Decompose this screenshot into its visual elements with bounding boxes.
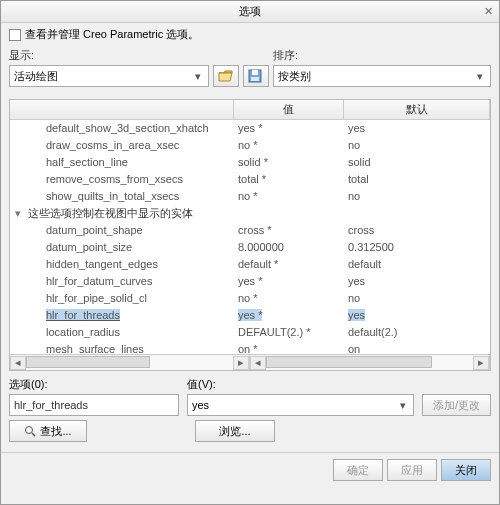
option-name: hlr_for_datum_curves bbox=[26, 275, 234, 288]
col-name[interactable] bbox=[10, 100, 234, 119]
svg-rect-2 bbox=[251, 77, 259, 81]
chevron-down-icon: ▾ bbox=[395, 397, 411, 413]
option-name: hlr_for_pipe_solid_cl bbox=[26, 292, 234, 305]
table-header: 值 默认 bbox=[10, 100, 490, 120]
group-row[interactable]: ▾这些选项控制在视图中显示的实体 bbox=[10, 205, 490, 222]
option-value: yes * bbox=[234, 275, 344, 288]
option-name: datum_point_size bbox=[26, 241, 234, 254]
option-default: yes bbox=[344, 122, 490, 135]
chevron-down-icon: ▾ bbox=[472, 68, 488, 84]
option-value: 8.000000 bbox=[234, 241, 344, 254]
table-row[interactable]: datum_point_size8.0000000.312500 bbox=[10, 239, 490, 256]
subtitle-row: 查看并管理 Creo Parametric 选项。 bbox=[1, 23, 499, 46]
save-icon bbox=[248, 69, 264, 83]
titlebar: 选项 ✕ bbox=[1, 1, 499, 23]
scroll-right-icon[interactable]: ▸ bbox=[233, 356, 249, 370]
option-name: default_show_3d_section_xhatch bbox=[26, 122, 234, 135]
option-value: default * bbox=[234, 258, 344, 271]
scroll-right-icon[interactable]: ▸ bbox=[473, 356, 489, 370]
scroll-thumb[interactable] bbox=[26, 356, 150, 368]
chevron-down-icon: ▾ bbox=[190, 68, 206, 84]
option-default: 0.312500 bbox=[344, 241, 490, 254]
option-name: draw_cosms_in_area_xsec bbox=[26, 139, 234, 152]
show-combo[interactable]: 活动绘图 ▾ bbox=[9, 65, 209, 87]
sort-value: 按类别 bbox=[278, 69, 311, 84]
option-name: remove_cosms_from_xsecs bbox=[26, 173, 234, 186]
option-value: solid * bbox=[234, 156, 344, 169]
info-icon bbox=[9, 29, 21, 41]
table-row[interactable]: hlr_for_pipe_solid_clno *no bbox=[10, 290, 490, 307]
col-default[interactable]: 默认 bbox=[344, 100, 490, 119]
show-value: 活动绘图 bbox=[14, 69, 58, 84]
option-default: yes bbox=[344, 309, 490, 322]
table-row[interactable]: datum_point_shapecross *cross bbox=[10, 222, 490, 239]
apply-button[interactable]: 应用 bbox=[387, 459, 437, 481]
dialog-buttons: 确定 应用 关闭 bbox=[1, 452, 499, 487]
table-row[interactable]: draw_cosms_in_area_xsecno *no bbox=[10, 137, 490, 154]
svg-line-4 bbox=[32, 433, 35, 436]
table-row[interactable]: remove_cosms_from_xsecstotal *total bbox=[10, 171, 490, 188]
option-value: cross * bbox=[234, 224, 344, 237]
option-default: default bbox=[344, 258, 490, 271]
option-default: solid bbox=[344, 156, 490, 169]
option-name: datum_point_shape bbox=[26, 224, 234, 237]
option-input[interactable]: hlr_for_threads bbox=[9, 394, 179, 416]
expand-icon: ▾ bbox=[10, 207, 26, 220]
table-row[interactable]: location_radiusDEFAULT(2.) *default(2.) bbox=[10, 324, 490, 341]
option-default: total bbox=[344, 173, 490, 186]
open-button[interactable] bbox=[213, 65, 239, 87]
table-row[interactable]: hlr_for_threadsyes *yes bbox=[10, 307, 490, 324]
add-change-button[interactable]: 添加/更改 bbox=[422, 394, 491, 416]
table-body[interactable]: default_show_3d_section_xhatchyes *yesdr… bbox=[10, 120, 490, 354]
ok-button[interactable]: 确定 bbox=[333, 459, 383, 481]
table-row[interactable]: default_show_3d_section_xhatchyes *yes bbox=[10, 120, 490, 137]
option-value: total * bbox=[234, 173, 344, 186]
option-name: half_section_line bbox=[26, 156, 234, 169]
sort-combo[interactable]: 按类别 ▾ bbox=[273, 65, 491, 87]
option-default: no bbox=[344, 139, 490, 152]
close-button[interactable]: 关闭 bbox=[441, 459, 491, 481]
option-value: yes * bbox=[234, 309, 344, 322]
dialog-title: 选项 bbox=[239, 4, 261, 19]
option-value: yes * bbox=[234, 122, 344, 135]
option-name: hidden_tangent_edges bbox=[26, 258, 234, 271]
close-icon[interactable]: ✕ bbox=[481, 4, 495, 18]
find-button[interactable]: 查找... bbox=[9, 420, 87, 442]
table-row[interactable]: hlr_for_datum_curvesyes *yes bbox=[10, 273, 490, 290]
col-value[interactable]: 值 bbox=[234, 100, 344, 119]
table-row[interactable]: show_quilts_in_total_xsecsno *no bbox=[10, 188, 490, 205]
scroll-track[interactable] bbox=[266, 356, 473, 370]
save-button[interactable] bbox=[243, 65, 269, 87]
hscrollbar[interactable]: ◂ ▸ ◂ ▸ bbox=[10, 354, 490, 370]
toolbar: 显示: 活动绘图 ▾ 排序: 按类别 ▾ bbox=[1, 46, 499, 93]
browse-button[interactable]: 浏览... bbox=[195, 420, 275, 442]
scroll-left-icon[interactable]: ◂ bbox=[250, 356, 266, 370]
svg-rect-1 bbox=[252, 70, 258, 75]
table-row[interactable]: hidden_tangent_edgesdefault *default bbox=[10, 256, 490, 273]
option-default: no bbox=[344, 190, 490, 203]
subtitle-text: 查看并管理 Creo Parametric 选项。 bbox=[25, 27, 199, 42]
footer: 选项(0): hlr_for_threads 值(V): yes ▾ 添加/更改… bbox=[1, 371, 499, 448]
option-default: no bbox=[344, 292, 490, 305]
show-label: 显示: bbox=[9, 48, 209, 63]
table-row[interactable]: half_section_linesolid *solid bbox=[10, 154, 490, 171]
option-name: mesh_surface_lines bbox=[26, 343, 234, 354]
option-value: on * bbox=[234, 343, 344, 354]
option-default: yes bbox=[344, 275, 490, 288]
option-name: show_quilts_in_total_xsecs bbox=[26, 190, 234, 203]
scroll-thumb[interactable] bbox=[266, 356, 432, 368]
option-value: DEFAULT(2.) * bbox=[234, 326, 344, 339]
option-default: default(2.) bbox=[344, 326, 490, 339]
scroll-left-icon[interactable]: ◂ bbox=[10, 356, 26, 370]
option-label: 选项(0): bbox=[9, 377, 179, 392]
value-combo[interactable]: yes ▾ bbox=[187, 394, 414, 416]
svg-point-3 bbox=[26, 427, 33, 434]
option-name: hlr_for_threads bbox=[26, 309, 234, 322]
option-name: location_radius bbox=[26, 326, 234, 339]
option-value: no * bbox=[234, 139, 344, 152]
sort-label: 排序: bbox=[273, 48, 491, 63]
scroll-track[interactable] bbox=[26, 356, 233, 370]
option-default: cross bbox=[344, 224, 490, 237]
table-row[interactable]: mesh_surface_lineson *on bbox=[10, 341, 490, 354]
option-default: on bbox=[344, 343, 490, 354]
